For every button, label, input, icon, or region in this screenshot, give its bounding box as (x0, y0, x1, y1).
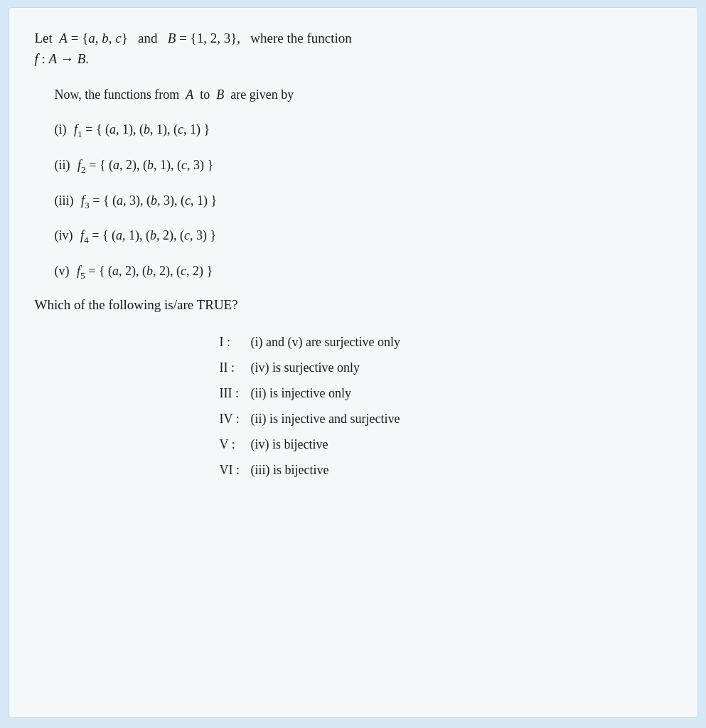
header-line1: Let A = {a, b, c} and B = {1, 2, 3}, whe… (35, 28, 672, 48)
option-text-VI: (iii) is bijective (251, 461, 329, 481)
option-item-III: III : (ii) is injective only (220, 384, 672, 404)
function-item-3: (iii) f3 = { (a, 3), (b, 3), (c, 1) } (55, 191, 672, 213)
option-text-II: (iv) is surjective only (251, 358, 360, 378)
intro-text: Now, the functions from A to B are given… (55, 85, 672, 105)
option-label-II: II : (220, 358, 248, 378)
function-item-4: (iv) f4 = { (a, 1), (b, 2), (c, 3) } (55, 226, 672, 247)
option-item-VI: VI : (iii) is bijective (220, 461, 672, 481)
main-card: Let A = {a, b, c} and B = {1, 2, 3}, whe… (9, 7, 698, 718)
header-line2: f : A → B. (35, 48, 672, 69)
option-item-V: V : (iv) is bijective (220, 435, 672, 455)
option-label-VI: VI : (220, 461, 248, 481)
option-text-IV: (ii) is injective and surjective (251, 410, 400, 429)
option-item-I: I : (i) and (v) are surjective only (220, 333, 672, 353)
function-label-4: f4 = { (a, 1), (b, 2), (c, 3) } (80, 226, 216, 247)
option-label-IV: IV : (220, 410, 248, 429)
option-text-III: (ii) is injective only (251, 384, 351, 404)
function-roman-5: (v) (55, 262, 73, 281)
option-label-I: I : (220, 333, 248, 353)
function-roman-4: (iv) (55, 226, 77, 245)
option-text-V: (iv) is bijective (251, 435, 328, 455)
function-roman-1: (i) (55, 120, 70, 139)
option-label-V: V : (220, 435, 248, 455)
function-label-1: f1 = { (a, 1), (b, 1), (c, 1) } (74, 120, 210, 141)
option-item-IV: IV : (ii) is injective and surjective (220, 410, 672, 429)
function-item-1: (i) f1 = { (a, 1), (b, 1), (c, 1) } (55, 120, 672, 141)
function-item-5: (v) f5 = { (a, 2), (b, 2), (c, 2) } (55, 262, 672, 283)
function-label-3: f3 = { (a, 3), (b, 3), (c, 1) } (81, 191, 217, 213)
function-item-2: (ii) f2 = { (a, 2), (b, 1), (c, 3) } (55, 156, 672, 177)
question-text: Which of the following is/are TRUE? (35, 297, 672, 313)
option-text-I: (i) and (v) are surjective only (251, 333, 400, 353)
functions-list: (i) f1 = { (a, 1), (b, 1), (c, 1) } (ii)… (55, 120, 672, 283)
options-list: I : (i) and (v) are surjective only II :… (220, 333, 672, 480)
option-item-II: II : (iv) is surjective only (220, 358, 672, 378)
option-label-III: III : (220, 384, 248, 404)
function-roman-3: (iii) (55, 191, 77, 210)
function-label-5: f5 = { (a, 2), (b, 2), (c, 2) } (77, 262, 213, 283)
problem-header: Let A = {a, b, c} and B = {1, 2, 3}, whe… (35, 28, 672, 70)
function-roman-2: (ii) (55, 156, 74, 175)
function-label-2: f2 = { (a, 2), (b, 1), (c, 3) } (77, 156, 213, 177)
